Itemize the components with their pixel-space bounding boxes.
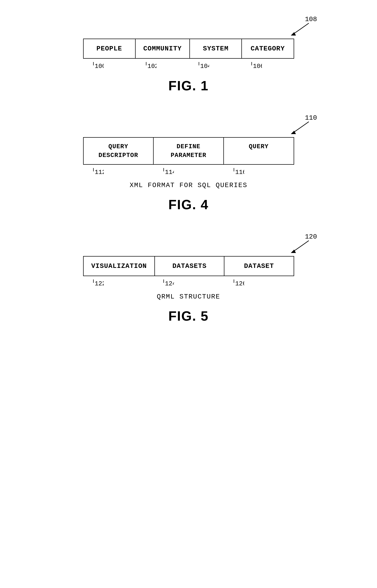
fig4-tab-query-descriptor: QUERYDESCRIPTOR <box>84 138 154 164</box>
fig5-tab-row: VISUALIZATION DATASETS DATASET <box>83 256 294 276</box>
fig5-subtitle: QRML STRUCTURE <box>157 293 220 301</box>
fig5-title: FIG. 5 <box>168 308 208 324</box>
page-container: 108 PEOPLE COMMUNITY SYSTEM CATEGORY 100 <box>0 0 377 588</box>
fig4-labels-row: 112 114 116 <box>83 167 294 176</box>
svg-text:106: 106 <box>253 63 262 68</box>
svg-text:112: 112 <box>95 169 104 174</box>
fig1-label-104: 104 <box>189 61 241 70</box>
svg-text:126: 126 <box>235 280 244 286</box>
fig1-ref-number: 108 <box>305 15 317 23</box>
fig1-labels-row: 100 102 104 106 <box>83 61 294 70</box>
fig4-label-114: 114 <box>153 167 224 176</box>
fig4-section: 110 QUERYDESCRIPTOR DEFINEPARAMETER QUER… <box>26 114 351 212</box>
fig5-label-126: 126 <box>224 278 294 288</box>
svg-text:100: 100 <box>95 63 104 68</box>
fig1-tab-system: SYSTEM <box>190 39 242 58</box>
fig5-arrow-area: 120 <box>26 233 351 256</box>
fig5-tab-visualization: VISUALIZATION <box>84 257 155 276</box>
fig5-label-124: 124 <box>153 278 224 288</box>
fig5-tab-dataset: DATASET <box>224 257 293 276</box>
fig1-tab-category: CATEGORY <box>242 39 293 58</box>
fig5-ref-number: 120 <box>305 233 317 241</box>
fig1-title: FIG. 1 <box>168 78 208 93</box>
fig4-subtitle: XML FORMAT FOR SQL QUERIES <box>130 181 248 189</box>
fig1-tab-people: PEOPLE <box>84 39 136 58</box>
fig4-tab-row: QUERYDESCRIPTOR DEFINEPARAMETER QUERY <box>83 137 294 165</box>
fig1-tab-community: COMMUNITY <box>136 39 190 58</box>
fig1-arrow-area: 108 <box>26 15 351 39</box>
fig4-tab-query: QUERY <box>224 138 294 164</box>
fig1-section: 108 PEOPLE COMMUNITY SYSTEM CATEGORY 100 <box>26 15 351 93</box>
fig5-section: 120 VISUALIZATION DATASETS DATASET 122 <box>26 233 351 324</box>
svg-text:104: 104 <box>200 63 209 68</box>
svg-text:122: 122 <box>95 280 104 286</box>
fig4-label-112: 112 <box>83 167 153 176</box>
fig4-arrow-area: 110 <box>26 114 351 137</box>
fig5-tab-datasets: DATASETS <box>155 257 224 276</box>
fig1-tab-row: PEOPLE COMMUNITY SYSTEM CATEGORY <box>83 39 294 59</box>
fig5-label-122: 122 <box>83 278 153 288</box>
svg-text:116: 116 <box>235 169 244 174</box>
fig5-labels-row: 122 124 126 <box>83 278 294 288</box>
svg-text:124: 124 <box>165 280 174 286</box>
fig1-label-102: 102 <box>136 61 189 70</box>
fig4-label-116: 116 <box>224 167 294 176</box>
svg-text:102: 102 <box>147 63 156 68</box>
fig4-title: FIG. 4 <box>168 197 208 212</box>
fig1-label-106: 106 <box>241 61 294 70</box>
svg-text:114: 114 <box>165 169 174 174</box>
fig4-tab-define-parameter: DEFINEPARAMETER <box>154 138 224 164</box>
fig1-label-100: 100 <box>83 61 136 70</box>
fig4-ref-number: 110 <box>305 114 317 122</box>
